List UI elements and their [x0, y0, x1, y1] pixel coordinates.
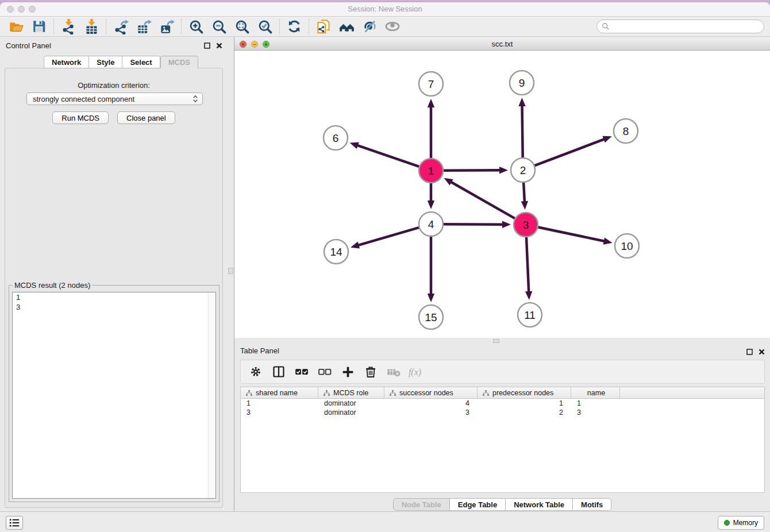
column-header-label: MCDS role [333, 389, 368, 397]
graph-edge-2-8[interactable] [535, 139, 605, 165]
function-builder-button[interactable]: f(x) [407, 363, 426, 381]
edge-arrowhead [525, 291, 532, 300]
table-row[interactable]: 3dominator323 [241, 408, 764, 417]
splitter-handle[interactable] [493, 339, 499, 343]
zoom-in-button[interactable] [184, 18, 207, 35]
control-tab-network[interactable]: Network [44, 56, 89, 68]
node-table[interactable]: shared nameMCDS rolesuccessor nodesprede… [240, 387, 765, 493]
export-image-button[interactable] [155, 18, 178, 35]
close-panel-button-bottom[interactable]: Close panel [117, 111, 175, 124]
graph-edge-2-9[interactable] [522, 105, 523, 157]
table-row[interactable]: 1dominator411 [241, 399, 764, 408]
graph-edge-3-1[interactable] [451, 182, 515, 218]
graph-edge-1-6[interactable] [357, 145, 419, 167]
table-tab-motifs[interactable]: Motifs [573, 498, 611, 511]
control-tab-select[interactable]: Select [122, 56, 160, 68]
homes-icon [339, 19, 355, 34]
splitter-handle[interactable] [228, 268, 233, 274]
table-settings-button[interactable] [247, 363, 265, 381]
column-header-MCDS-role[interactable]: MCDS role [318, 387, 384, 398]
trash-icon [364, 365, 378, 379]
float-table-panel-button[interactable] [745, 348, 753, 356]
table-tab-network-table[interactable]: Network Table [506, 498, 573, 511]
delete-table-button[interactable] [384, 363, 403, 381]
table-tab-edge-table[interactable]: Edge Table [450, 498, 506, 511]
graph-edge-2-3[interactable] [523, 183, 525, 202]
node-label-4: 4 [428, 218, 434, 230]
close-icon [758, 348, 765, 356]
edge-arrowhead [350, 142, 359, 149]
column-header-shared-name[interactable]: shared name [241, 387, 318, 398]
save-session-button[interactable] [28, 18, 51, 35]
import-table-button[interactable] [80, 18, 103, 35]
table-cell[interactable]: dominator [318, 399, 384, 407]
vertical-splitter[interactable] [228, 37, 234, 511]
result-scrollbar[interactable] [208, 292, 215, 498]
node-label-6: 6 [333, 132, 339, 144]
horizontal-splitter[interactable] [234, 338, 770, 344]
main-content: Control Panel NetworkStyleSelectMCDS Opt… [0, 37, 770, 511]
toolbar-separator [279, 19, 280, 34]
table-tab-node-table[interactable]: Node Table [393, 498, 450, 511]
memory-button[interactable]: Memory [718, 516, 764, 530]
select-all-button[interactable] [292, 363, 311, 381]
run-mcds-button[interactable]: Run MCDS [52, 111, 109, 124]
table-cell[interactable]: 1 [241, 399, 318, 407]
table-cell[interactable]: 2 [478, 408, 571, 417]
open-session-button[interactable] [5, 18, 28, 35]
column-header-predecessor-nodes[interactable]: predecessor nodes [478, 387, 571, 398]
table-cell[interactable]: 3 [571, 408, 620, 417]
hide-graphics-details-button[interactable] [358, 18, 381, 35]
optimization-criterion-select[interactable]: strongly connected component [26, 92, 203, 105]
mcds-result-group: MCDS result (2 nodes) 13 [9, 281, 220, 502]
graph-edge-4-3[interactable] [444, 224, 503, 225]
table-cell[interactable]: 3 [384, 408, 478, 417]
export-network-button[interactable] [109, 18, 132, 35]
network-canvas[interactable]: 1234678910111415 [234, 51, 770, 338]
gear-icon [249, 365, 263, 379]
control-tab-style[interactable]: Style [89, 56, 122, 68]
control-tab-mcds[interactable]: MCDS [160, 56, 198, 68]
refresh-layout-button[interactable] [283, 18, 306, 35]
export-table-button[interactable] [132, 18, 155, 35]
table-cell[interactable]: 1 [571, 399, 620, 407]
column-header-name[interactable]: name [571, 387, 620, 398]
table-cell[interactable]: 3 [241, 408, 318, 417]
network-graph[interactable]: 1234678910111415 [234, 51, 770, 338]
network-window-title: scc.txt [234, 40, 770, 48]
float-panel-button[interactable] [203, 41, 211, 49]
node-label-9: 9 [519, 77, 525, 89]
close-panel-button[interactable] [215, 41, 223, 49]
graph-edge-3-10[interactable] [538, 228, 605, 241]
column-header-successor-nodes[interactable]: successor nodes [384, 387, 478, 398]
node-label-8: 8 [623, 125, 629, 137]
clone-network-button[interactable] [312, 18, 335, 35]
node-label-2: 2 [520, 164, 526, 176]
zoom-fit-button[interactable] [230, 18, 253, 35]
add-column-button[interactable] [338, 363, 357, 381]
import-network-button[interactable] [57, 18, 80, 35]
graph-edge-3-11[interactable] [526, 237, 529, 292]
first-neighbors-button[interactable] [335, 18, 358, 35]
task-history-button[interactable] [6, 516, 23, 530]
graph-edge-1-2[interactable] [444, 170, 500, 171]
control-panel: Control Panel NetworkStyleSelectMCDS Opt… [0, 38, 228, 510]
birds-eye-view-button[interactable] [381, 18, 404, 35]
zoom-out-button[interactable] [207, 18, 230, 35]
table-cell[interactable]: 1 [478, 399, 571, 407]
table-cell[interactable]: dominator [318, 408, 384, 417]
unselect-all-button[interactable] [315, 363, 334, 381]
close-table-panel-button[interactable] [757, 348, 765, 356]
zoom-selected-button[interactable] [253, 18, 276, 35]
search-input[interactable] [610, 21, 764, 32]
plus-icon [341, 365, 355, 379]
table-toolbar: f(x) [240, 360, 765, 384]
delete-column-button[interactable] [361, 363, 380, 381]
search-field[interactable] [596, 20, 764, 33]
export-image-icon [159, 19, 175, 34]
show-columns-button[interactable] [270, 363, 288, 381]
table-cell[interactable]: 4 [384, 399, 478, 407]
graph-edge-4-14[interactable] [357, 228, 418, 245]
result-line: 1 [13, 292, 215, 302]
mcds-result-list[interactable]: 13 [12, 292, 216, 499]
